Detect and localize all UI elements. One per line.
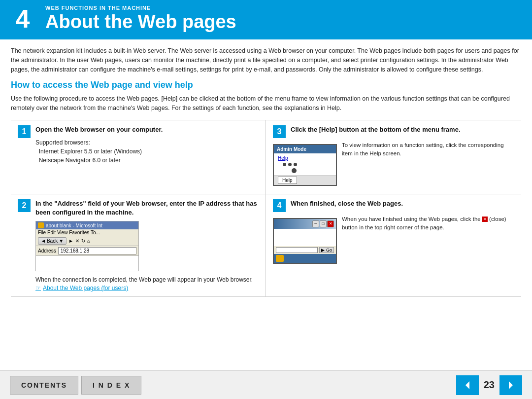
back-button[interactable]: ◄ Back ▼ (38, 237, 66, 245)
admin-dots (278, 163, 332, 166)
step-3-desc: To view information on a function settin… (342, 141, 514, 158)
admin-help-button[interactable]: Help (278, 177, 297, 184)
admin-body: Help (274, 153, 336, 175)
admin-mockup: Admin Mode Help Help (273, 144, 337, 186)
step-1-cell: 1 Open the Web browser on your computer.… (11, 120, 266, 194)
browser-icon (38, 222, 44, 228)
admin-bar: Admin Mode (274, 145, 336, 153)
forward-button[interactable]: ► (68, 238, 73, 244)
address-bottom-bar: ▶ Go (274, 246, 336, 254)
header-title: About the Web pages (45, 12, 236, 33)
dot-big (292, 168, 297, 173)
svg-marker-1 (509, 381, 513, 389)
prev-arrow-icon (463, 380, 472, 390)
page-content: The network expansion kit includes a bui… (0, 39, 532, 297)
dot-2 (288, 163, 292, 166)
svg-marker-0 (466, 381, 469, 389)
step-3-inner: Admin Mode Help Help (273, 141, 514, 189)
step-1-title: Open the Web browser on your computer. (35, 125, 163, 134)
taskbar-bar (274, 254, 336, 263)
refresh-button[interactable]: ↻ (81, 238, 85, 244)
back-arrow-icon: ◄ (41, 238, 46, 244)
section-description: Use the following procedure to access th… (11, 94, 521, 113)
step-1-number: 1 (18, 125, 31, 138)
address-field[interactable] (276, 247, 318, 253)
step-3-header: 3 Click the [Help] button at the bottom … (273, 125, 514, 138)
step-4-header: 4 When finished, close the Web pages. (273, 199, 514, 212)
web-pages-link[interactable]: About the Web pages (for users) (35, 285, 128, 291)
browser-title: about:blank - Microsoft Int (46, 223, 102, 228)
step-2-number: 2 (18, 199, 31, 212)
step-3-title: Click the [Help] button at the bottom of… (291, 125, 461, 134)
close-body (274, 229, 336, 246)
browser-toolbar: ◄ Back ▼ ► ✕ ↻ ⌂ (36, 236, 138, 246)
next-arrow-icon (506, 380, 516, 390)
admin-big-dot-wrapper (278, 168, 332, 173)
section-heading: How to access the Web page and view help (11, 80, 521, 90)
step-2-cell: 2 In the "Address" field of your Web bro… (11, 194, 266, 297)
dot-1 (283, 163, 286, 166)
stop-button[interactable]: ✕ (75, 238, 79, 244)
page-header: 4 WEB FUNCTIONS IN THE MACHINE About the… (0, 0, 532, 39)
step-1-body: Supported browsers: Internet Explorer 5.… (35, 138, 259, 165)
home-button[interactable]: ⌂ (87, 238, 90, 244)
step-4-title: When finished, close the Web pages. (291, 199, 403, 208)
footer-left: CONTENTS I N D E X (10, 376, 141, 395)
close-buttons: ─ □ ✕ (312, 220, 334, 227)
close-titlebar: ─ □ ✕ (274, 219, 336, 229)
browser-mockup: about:blank - Microsoft Int File Edit Vi… (35, 221, 139, 271)
chapter-number: 4 (8, 6, 37, 32)
x-close-icon: ✕ (482, 217, 488, 222)
browser-address-row: Address 192.168.1.28 (36, 246, 138, 256)
browser-menu: File Edit View Favorites To... (36, 229, 138, 236)
step-2-header: 2 In the "Address" field of your Web bro… (18, 199, 259, 217)
go-button[interactable]: ▶ Go (319, 247, 334, 253)
step-4-inner: ─ □ ✕ ▶ Go When (273, 215, 514, 267)
close-button[interactable]: ✕ (327, 220, 334, 227)
header-subtitle: WEB FUNCTIONS IN THE MACHINE (45, 5, 236, 11)
browser-titlebar: about:blank - Microsoft Int (36, 221, 138, 229)
minimize-button[interactable]: ─ (312, 220, 319, 227)
step-4-number: 4 (273, 199, 286, 212)
admin-help-link[interactable]: Help (278, 155, 332, 161)
header-text: WEB FUNCTIONS IN THE MACHINE About the W… (45, 5, 236, 33)
step-1-header: 1 Open the Web browser on your computer. (18, 125, 259, 138)
close-mockup: ─ □ ✕ ▶ Go (273, 218, 337, 264)
step-2-title: In the "Address" field of your Web brows… (35, 199, 259, 217)
footer-right: 23 (456, 375, 522, 395)
contents-button[interactable]: CONTENTS (10, 376, 78, 395)
steps-grid: 1 Open the Web browser on your computer.… (11, 120, 521, 297)
address-input[interactable]: 192.168.1.28 (58, 247, 136, 254)
page-footer: CONTENTS I N D E X 23 (0, 370, 532, 399)
step-2-body: When the connection is completed, the We… (35, 275, 259, 284)
step-3-cell: 3 Click the [Help] button at the bottom … (266, 120, 521, 194)
intro-paragraph: The network expansion kit includes a bui… (11, 46, 521, 74)
step-4-desc: When you have finished using the Web pag… (342, 215, 514, 232)
index-button[interactable]: I N D E X (81, 376, 141, 395)
maximize-button[interactable]: □ (320, 220, 327, 227)
prev-page-button[interactable] (456, 375, 479, 395)
dropdown-icon: ▼ (59, 238, 64, 244)
step-3-number: 3 (273, 125, 286, 138)
next-page-button[interactable] (499, 375, 522, 395)
dot-3 (294, 163, 297, 166)
browser-body (36, 256, 138, 271)
step-4-cell: 4 When finished, close the Web pages. ─ … (266, 194, 521, 297)
address-label: Address (38, 248, 56, 254)
taskbar-icon (276, 255, 284, 262)
admin-bottom-bar: Help (274, 175, 336, 185)
page-number: 23 (484, 379, 495, 391)
